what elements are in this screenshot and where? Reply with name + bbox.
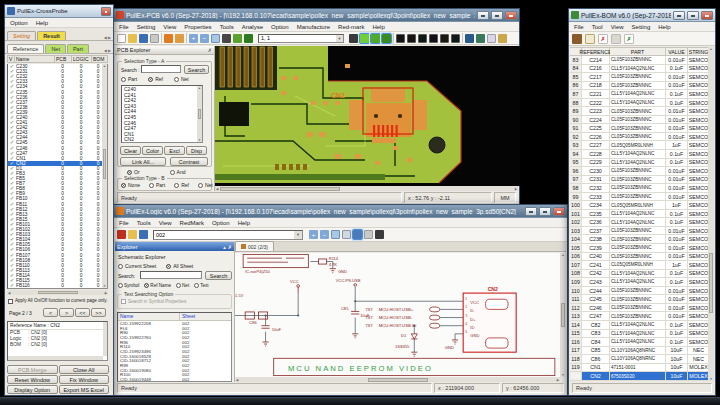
info-vscrollbar[interactable] bbox=[103, 322, 107, 356]
menu-item[interactable]: View bbox=[159, 24, 180, 30]
bom-row[interactable]: 109 C243 CLL5Y104AQ2NLNC 0.1uF SEMCO bbox=[570, 278, 710, 287]
column-sheet[interactable]: Sheet bbox=[180, 313, 231, 320]
display-option-button[interactable]: Display Option bbox=[7, 385, 58, 394]
redmark-icon[interactable] bbox=[117, 230, 126, 239]
radio-option[interactable]: Ref Name bbox=[144, 283, 171, 288]
scroll-up-icon[interactable]: ▲ bbox=[103, 64, 106, 68]
bom-row[interactable]: 92 C226 CL05F103ZBNNNC 0.01uF SEMCO bbox=[570, 133, 710, 142]
radio-none[interactable]: None bbox=[121, 182, 140, 188]
pcb-canvas[interactable]: CN2 bbox=[215, 46, 520, 186]
scroll-down-icon[interactable]: ▼ bbox=[710, 377, 713, 381]
monitor-icon[interactable] bbox=[375, 230, 384, 239]
bom-row[interactable]: 89 C223 CL05F103ZBNNNC 0.01uF SEMCO bbox=[570, 107, 710, 116]
bom-row[interactable]: 102 C236 CLL5Y104AQ2NLNC 0.1uF SEMCO bbox=[570, 218, 710, 227]
list-vscrollbar[interactable]: ▲ ▼ bbox=[102, 64, 107, 288]
color-button[interactable]: Color bbox=[142, 146, 163, 155]
layer-5-icon[interactable] bbox=[440, 34, 449, 43]
scroll-right-icon[interactable]: ▶ bbox=[105, 291, 107, 295]
zoom-fit-icon[interactable] bbox=[222, 34, 231, 43]
sep4[interactable] bbox=[462, 33, 463, 43]
open-icon[interactable] bbox=[128, 34, 137, 43]
menu-item[interactable]: File bbox=[115, 220, 133, 226]
menu-item[interactable]: Setting bbox=[628, 24, 655, 30]
page-next-button[interactable]: > bbox=[59, 308, 74, 317]
radio-option[interactable]: Part bbox=[121, 76, 137, 82]
redmark-brush-icon[interactable] bbox=[175, 34, 184, 43]
scroll-down-icon[interactable]: ▼ bbox=[198, 138, 201, 142]
menu-item[interactable]: Setting bbox=[133, 24, 160, 30]
tab-nav-right-icon[interactable]: ▶ bbox=[108, 35, 111, 40]
close-button[interactable] bbox=[101, 7, 111, 16]
disp-button[interactable]: Disp bbox=[186, 146, 207, 155]
scroll-down-icon[interactable]: ▼ bbox=[103, 284, 106, 288]
page-prev-button[interactable]: < bbox=[43, 308, 58, 317]
redmark-pencil-icon[interactable] bbox=[164, 34, 173, 43]
radio-option[interactable]: And bbox=[170, 169, 186, 175]
page-last-button[interactable]: >> bbox=[91, 308, 106, 317]
layer-6-icon[interactable] bbox=[451, 34, 460, 43]
search-button[interactable]: Search bbox=[205, 271, 232, 280]
minimize-button[interactable] bbox=[477, 11, 489, 20]
menu-item[interactable]: Manufacture bbox=[293, 24, 334, 30]
checkbox-icon[interactable] bbox=[10, 283, 15, 288]
search-input[interactable] bbox=[141, 65, 181, 73]
capture-icon[interactable] bbox=[498, 34, 507, 43]
zoom-window-icon[interactable] bbox=[331, 230, 340, 239]
bom-row[interactable]: 87 C221 CLL5Y104AQ2NLNC 0.1uF SEMCO bbox=[570, 90, 710, 99]
bom-row[interactable]: 112 C246 CL05F103ZBNNNC 0.01uF SEMCO bbox=[570, 304, 710, 313]
column-check[interactable]: V bbox=[7, 55, 15, 63]
zoom-window-icon[interactable] bbox=[211, 34, 220, 43]
print-icon[interactable] bbox=[364, 230, 373, 239]
sep2[interactable] bbox=[186, 33, 187, 43]
bom-row[interactable]: 116 C84 CLL5Y104AQ2NLNC 0.1uF SEMCO bbox=[570, 338, 710, 347]
bom-row[interactable]: 118 C86 CL10Y106AQ8NRNC 10uF NEC bbox=[570, 355, 710, 364]
bom-row[interactable]: 100 C234 CL05Q05MR0LNNH 1uF SEMCO bbox=[570, 201, 710, 210]
clear-button[interactable]: Clear bbox=[120, 146, 141, 155]
column-name[interactable]: Name bbox=[15, 55, 55, 63]
via-view-icon[interactable] bbox=[465, 34, 474, 43]
close-button[interactable] bbox=[505, 11, 517, 20]
bom-row[interactable]: 106 C240 CL05F103ZBNNNC 0.01uF SEMCO bbox=[570, 253, 710, 262]
tab[interactable]: Result bbox=[37, 31, 66, 40]
scroll-up-icon[interactable]: ▲ bbox=[198, 86, 201, 90]
exit-icon[interactable] bbox=[572, 34, 582, 44]
combo-dropdown-icon[interactable]: ▼ bbox=[336, 35, 343, 42]
column-reference[interactable]: REFERENCE bbox=[582, 47, 610, 56]
bom-row[interactable]: 84 C216 CLL5Y104AQ2NLNC 0.1uF SEMCO bbox=[570, 65, 710, 74]
scroll-left-icon[interactable]: ◀ bbox=[8, 291, 10, 295]
combo-dropdown-icon[interactable]: ▼ bbox=[294, 231, 302, 239]
bom-row[interactable]: 103 C237 CL05F103ZBNNNC 0.01uF SEMCO bbox=[570, 227, 710, 236]
grid-icon[interactable] bbox=[342, 230, 351, 239]
excl-button[interactable]: Excl bbox=[164, 146, 185, 155]
tab-nav-left-icon[interactable]: ◀ bbox=[104, 48, 107, 53]
layer-inner-icon[interactable] bbox=[371, 34, 380, 43]
bom-row[interactable]: 97 C231 CL05F103ZBNNNC 0.01uF SEMCO bbox=[570, 176, 710, 185]
layer-3-icon[interactable] bbox=[418, 34, 427, 43]
excel-icon[interactable]: ✗ bbox=[624, 34, 634, 44]
bom-row[interactable]: 94 C228 CLL5Y104AQ2NLNC 0.1uF SEMCO bbox=[570, 150, 710, 159]
menu-item[interactable]: Help bbox=[32, 20, 52, 26]
menu-item[interactable]: Analyse bbox=[238, 24, 267, 30]
bom-row[interactable]: 88 C222 CLL5Y104AQ2NLNC 0.1uF SEMCO bbox=[570, 99, 710, 108]
radio-option[interactable]: Part bbox=[149, 182, 165, 188]
explorer-result-list[interactable]: Name Sheet CID-159922208 002 FL6 002 bbox=[117, 312, 232, 382]
zoom-out-icon[interactable]: − bbox=[200, 34, 209, 43]
menu-item[interactable]: Help bbox=[234, 220, 254, 226]
bom-row[interactable]: 115 C83 CLL5Y104AQ2NLNC 0.1uF SEMCO bbox=[570, 330, 710, 339]
menu-item[interactable]: Option bbox=[6, 20, 32, 26]
bom-row[interactable]: 95 C229 CLL5Y104AQ2NLNC 0.1uF SEMCO bbox=[570, 159, 710, 168]
apply-all-checkbox[interactable]: Apply All On/Off function to current pag… bbox=[8, 298, 112, 304]
zoom-in-icon[interactable]: + bbox=[189, 34, 198, 43]
sheet-combo[interactable]: 002 ▼ bbox=[153, 230, 303, 240]
bom-row[interactable]: 119 CN1 47151-0001 10uF MOLEX bbox=[570, 364, 710, 373]
menu-item[interactable]: Tools bbox=[216, 24, 238, 30]
tab[interactable]: Setting bbox=[7, 31, 36, 40]
bom-row[interactable]: 105 C239 CL05F103ZBNNNC 0.01uF SEMCO bbox=[570, 244, 710, 253]
radio-option[interactable]: Symbol bbox=[118, 283, 139, 288]
bom-row[interactable]: 113 C247 CL05F103ZBNNNC 0.01uF SEMCO bbox=[570, 312, 710, 321]
monitor-icon[interactable] bbox=[349, 34, 358, 43]
info-hscrollbar[interactable] bbox=[8, 356, 103, 360]
menu-item[interactable]: Help bbox=[654, 24, 674, 30]
bom-row[interactable]: 93 C227 CL05Q05MR0LNNH 1uF SEMCO bbox=[570, 141, 710, 150]
maximize-button[interactable] bbox=[539, 207, 551, 216]
